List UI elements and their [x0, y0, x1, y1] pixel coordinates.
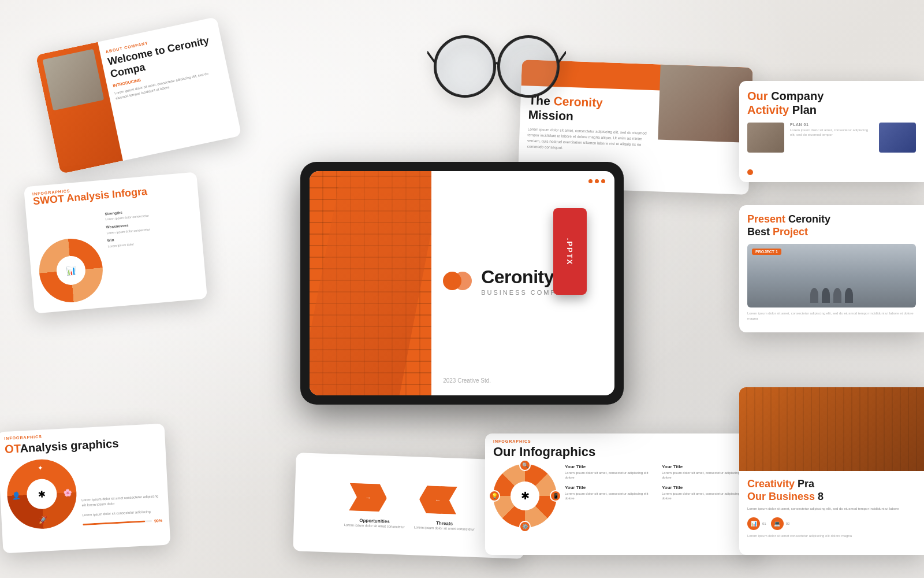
activity-plans-row: PLAN 01 Lorem ipsum dolor sit amet, cons…	[747, 123, 916, 153]
creativity-pra: Pra	[795, 478, 814, 490]
activity-dot	[747, 169, 753, 175]
plan-details-1: PLAN 01 Lorem ipsum dolor sit amet, cons…	[790, 123, 873, 138]
dot-3	[601, 179, 605, 183]
activity-highlight: Activity	[747, 103, 792, 116]
infographic-wheel: 🔍 📱 ⚙️ 💡 ✱	[493, 464, 557, 528]
info-title-1: Your Title	[565, 464, 657, 469]
info-item-3: Your Title Lorem ipsum dolor sit amet, c…	[565, 485, 657, 501]
creativity-highlight: Creativity	[747, 478, 795, 490]
creativity-icons-row: 📊 01 💻 02	[747, 517, 916, 530]
activity-title: Our Company Activity Plan	[747, 89, 916, 117]
slide-activity-plan: Our Company Activity Plan PLAN 01 Lorem …	[739, 81, 924, 182]
mission-body: Lorem ipsum dolor sit amet, consectetur …	[527, 127, 653, 154]
info-body-1: Lorem ipsum dolor sit amet, consectetur …	[565, 470, 657, 480]
arrow-opportunities: → Opportunities Lorem ipsum dolor sit am…	[344, 479, 407, 529]
creativity-icon-1: 📊 01	[747, 517, 766, 530]
svg-point-1	[436, 38, 494, 95]
info-title-3: Your Title	[565, 485, 657, 490]
welcome-content: About Company Welcome to Ceronity Compa …	[105, 27, 223, 101]
logo-circles	[443, 271, 473, 291]
welcome-image	[43, 49, 105, 111]
tablet-left-panel	[310, 171, 431, 395]
swot-highlight: SWOT	[32, 193, 65, 208]
activity-plan-word: Plan	[792, 103, 817, 116]
info-item-1: Your Title Lorem ipsum dolor sit amet, c…	[565, 464, 657, 480]
creativity-body: Lorem ipsum dolor sit amet, consectetur …	[747, 506, 916, 512]
icon-circle-2: 💻	[771, 517, 784, 530]
creativity-our-business: Our Business	[747, 491, 815, 502]
arrow-threats: ← Threats Lorem ipsum dolor sit amet con…	[414, 482, 476, 532]
infographics-content: 🔍 📱 ⚙️ 💡 ✱ Your Title Lorem ipsum dolor …	[485, 460, 762, 532]
creativity-title: Creativity Pra Our Business 8	[747, 478, 916, 503]
creativity-top-image	[739, 387, 924, 471]
project-content: Present Ceronity Best Project PROJECT 1 …	[739, 205, 924, 326]
ot-text: Lorem ipsum dolor sit amet consectetur a…	[81, 494, 162, 527]
slide-infographics: INFOGRAPHICS Our Infographics 🔍 📱 ⚙️ 💡 ✱…	[485, 433, 762, 555]
activity-our: Our	[747, 90, 771, 102]
slide-best-project: Present Ceronity Best Project PROJECT 1 …	[739, 205, 924, 332]
creativity-content: Creativity Pra Our Business 8 Lorem ipsu…	[739, 471, 924, 546]
arrow-left-shape: ←	[419, 482, 472, 518]
project-image-container: PROJECT 1	[747, 244, 916, 307]
project-ceronity: Ceronity	[785, 213, 830, 225]
slide-creativity: Creativity Pra Our Business 8 Lorem ipsu…	[739, 387, 924, 555]
icon-label-1: 01	[762, 522, 766, 525]
arrow-threats-label: Threats Lorem ipsum dolor sit amet conse…	[414, 520, 475, 532]
mission-title-end: Mission	[528, 108, 573, 123]
tablet-dots[interactable]	[588, 179, 605, 183]
project-title: Present Ceronity Best Project	[747, 213, 916, 238]
infographics-text-grid: Your Title Lorem ipsum dolor sit amet, c…	[565, 464, 754, 501]
slide-ot-analysis: INFOGRAPHICS OTAnalysis graphics ✦ 🚀 👤 🌸…	[0, 424, 170, 554]
info-body-3: Lorem ipsum dolor sit amet, consectetur …	[565, 491, 657, 501]
pptx-card: .PPTX	[553, 208, 587, 295]
swot-diagram: 📊 S W O T	[36, 236, 105, 305]
project-project: Project	[773, 226, 808, 238]
plan-image-1	[747, 123, 784, 153]
project-body: Lorem ipsum dolor sit amet, consectetur …	[747, 311, 916, 321]
project-present: Present	[747, 213, 785, 225]
arrow-right-shape: →	[349, 480, 402, 516]
plan-01-label: PLAN 01	[790, 123, 873, 127]
ot-progress: 90%	[154, 518, 162, 523]
building-image	[310, 171, 431, 395]
infographics-title: Our Infographics	[485, 444, 762, 460]
dot-2	[595, 179, 599, 183]
svg-point-3	[500, 38, 557, 95]
activity-company: Company	[771, 90, 824, 102]
tablet-year: 2023 Creative Std.	[443, 377, 491, 384]
glasses-decoration	[427, 29, 566, 104]
tablet-right-panel: Ceronity BUSINESS COMPANY	[431, 171, 614, 395]
ot-wheel: ✦ 🚀 👤 🌸 ✱ S W O T	[5, 458, 78, 531]
logo-circle-right	[453, 272, 472, 290]
icon-label-2: 02	[786, 522, 790, 525]
project-best: Best	[747, 226, 773, 238]
creativity-8: 8	[815, 491, 824, 502]
arrow-opps-label: Opportunities Lorem ipsum dolor sit amet…	[344, 517, 405, 529]
creativity-detail-body: Lorem ipsum dolor sit amet consectetur a…	[747, 533, 916, 538]
ot-title-highlight: OT	[5, 442, 20, 455]
swot-text-labels: Strengths Lorem ipsum dolor consectetur …	[105, 203, 196, 249]
project-badge: PROJECT 1	[752, 249, 781, 255]
dot-1	[588, 179, 593, 183]
creativity-icon-2: 💻 02	[771, 517, 790, 530]
activity-content: Our Company Activity Plan PLAN 01 Lorem …	[739, 81, 924, 157]
slide-swot: INFOGRAPHICS SWOT Analysis Infogra 📊 S W…	[24, 172, 207, 313]
infographics-label: INFOGRAPHICS	[485, 433, 762, 444]
creativity-building-lines	[739, 387, 924, 471]
pptx-label: .PPTX	[565, 238, 574, 265]
ot-content: ✦ 🚀 👤 🌸 ✱ S W O T Lorem ipsum dolor sit …	[0, 449, 170, 534]
plan-01-body: Lorem ipsum dolor sit amet, consectetur …	[790, 128, 873, 138]
meeting-people-silhouettes	[810, 288, 853, 303]
icon-circle-1: 📊	[747, 517, 760, 530]
plan-image-2	[879, 123, 916, 153]
